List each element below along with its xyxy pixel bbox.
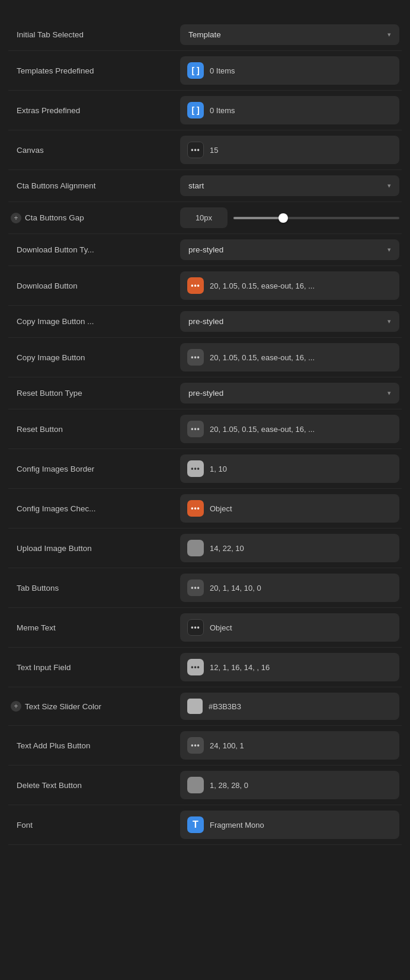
plus-icon-text-size-slider-color[interactable]: + <box>11 701 21 712</box>
row-reset-button-type: Reset Button Type pre-styled ▾ <box>8 377 402 409</box>
row-cta-buttons-alignment: Cta Buttons Alignment start ▾ <box>8 170 402 202</box>
value-text-copy-image-button: 20, 1.05, 0.15, ease-out, 16, ... <box>210 353 315 362</box>
control-text-add-plus-button: ••• 24, 100, 1 <box>180 731 399 760</box>
chevron-down-icon: ▾ <box>387 31 391 39</box>
value-text-meme-text: Object <box>210 623 232 632</box>
control-font: T Fragment Mono <box>180 811 399 839</box>
slider-value-cta-buttons-gap: 10px <box>180 207 228 228</box>
value-text-config-images-border: 1, 10 <box>210 465 227 473</box>
font-icon-font: T <box>187 816 204 833</box>
row-config-images-check: Config Images Chec... ••• Object <box>8 489 402 529</box>
control-text-size-slider-color: #B3B3B3 <box>180 693 399 720</box>
row-label-reset-button-type: Reset Button Type <box>11 389 117 398</box>
dropdown-download-button-type[interactable]: pre-styled ▾ <box>180 239 399 260</box>
control-config-images-check: ••• Object <box>180 494 399 523</box>
row-delete-text-button: Delete Text Button 1, 28, 28, 0 <box>8 766 402 805</box>
value-box-text-input-field[interactable]: ••• 12, 1, 16, 14, , 16 <box>180 653 399 681</box>
control-download-button: ••• 20, 1.05, 0.15, ease-out, 16, ... <box>180 271 399 300</box>
control-initial-tab-selected: Template ▾ <box>180 24 399 45</box>
color-swatch-text-size-slider-color[interactable] <box>187 699 203 714</box>
value-text-delete-text-button: 1, 28, 28, 0 <box>210 781 248 790</box>
color-value-text-size-slider-color: #B3B3B3 <box>209 702 241 711</box>
control-cta-buttons-gap: 10px <box>180 207 399 228</box>
control-copy-image-button-type: pre-styled ▾ <box>180 311 399 332</box>
control-copy-image-button: ••• 20, 1.05, 0.15, ease-out, 16, ... <box>180 343 399 371</box>
value-text-text-input-field: 12, 1, 16, 14, , 16 <box>210 663 270 672</box>
value-text-templates-predefined: 0 Items <box>210 66 235 75</box>
control-delete-text-button: 1, 28, 28, 0 <box>180 771 399 799</box>
chevron-down-icon: ▾ <box>387 182 391 190</box>
value-box-canvas[interactable]: ••• 15 <box>180 136 399 164</box>
row-label-templates-predefined: Templates Predefined <box>11 66 117 75</box>
dropdown-cta-buttons-alignment[interactable]: start ▾ <box>180 175 399 196</box>
value-box-copy-image-button[interactable]: ••• 20, 1.05, 0.15, ease-out, 16, ... <box>180 343 399 371</box>
row-label-text-size-slider-color: + Text Size Slider Color <box>11 701 117 712</box>
value-box-config-images-border[interactable]: ••• 1, 10 <box>180 454 399 483</box>
value-box-tab-buttons[interactable]: ••• 20, 1, 14, 10, 0 <box>180 574 399 602</box>
control-cta-buttons-alignment: start ▾ <box>180 175 399 196</box>
value-box-delete-text-button[interactable]: 1, 28, 28, 0 <box>180 771 399 799</box>
value-box-extras-predefined[interactable]: [ ] 0 Items <box>180 96 399 124</box>
control-text-input-field: ••• 12, 1, 16, 14, , 16 <box>180 653 399 681</box>
control-upload-image-button: 14, 22, 10 <box>180 534 399 562</box>
value-box-templates-predefined[interactable]: [ ] 0 Items <box>180 56 399 85</box>
control-tab-buttons: ••• 20, 1, 14, 10, 0 <box>180 574 399 602</box>
control-canvas: ••• 15 <box>180 136 399 164</box>
row-config-images-border: Config Images Border ••• 1, 10 <box>8 449 402 489</box>
value-box-upload-image-button[interactable]: 14, 22, 10 <box>180 534 399 562</box>
value-text-upload-image-button: 14, 22, 10 <box>210 544 244 553</box>
row-label-meme-text: Meme Text <box>11 623 117 632</box>
value-box-reset-button[interactable]: ••• 20, 1.05, 0.15, ease-out, 16, ... <box>180 415 399 443</box>
slider-row-cta-buttons-gap: 10px <box>180 207 399 228</box>
row-upload-image-button: Upload Image Button 14, 22, 10 <box>8 529 402 568</box>
value-box-font[interactable]: T Fragment Mono <box>180 811 399 839</box>
row-label-delete-text-button: Delete Text Button <box>11 781 117 790</box>
value-box-meme-text[interactable]: ••• Object <box>180 613 399 642</box>
row-canvas: Canvas ••• 15 <box>8 130 402 170</box>
row-label-config-images-check: Config Images Chec... <box>11 504 117 513</box>
control-extras-predefined: [ ] 0 Items <box>180 96 399 124</box>
chevron-down-icon: ▾ <box>387 246 391 254</box>
value-text-reset-button: 20, 1.05, 0.15, ease-out, 16, ... <box>210 425 315 434</box>
dropdown-value-initial-tab-selected: Template <box>188 30 221 39</box>
property-list: Initial Tab Selected Template ▾ Template… <box>0 19 410 857</box>
row-text-add-plus-button: Text Add Plus Button ••• 24, 100, 1 <box>8 726 402 766</box>
row-extras-predefined: Extras Predefined [ ] 0 Items <box>8 91 402 130</box>
row-label-copy-image-button-type: Copy Image Button ... <box>11 317 117 326</box>
value-box-text-add-plus-button[interactable]: ••• 24, 100, 1 <box>180 731 399 760</box>
control-reset-button: ••• 20, 1.05, 0.15, ease-out, 16, ... <box>180 415 399 443</box>
row-cta-buttons-gap: + Cta Buttons Gap 10px <box>8 202 402 234</box>
dropdown-initial-tab-selected[interactable]: Template ▾ <box>180 24 399 45</box>
row-templates-predefined: Templates Predefined [ ] 0 Items <box>8 51 402 91</box>
value-text-text-add-plus-button: 24, 100, 1 <box>210 741 244 750</box>
value-box-config-images-check[interactable]: ••• Object <box>180 494 399 523</box>
row-download-button: Download Button ••• 20, 1.05, 0.15, ease… <box>8 266 402 306</box>
row-label-copy-image-button: Copy Image Button <box>11 353 117 362</box>
dropdown-value-cta-buttons-alignment: start <box>188 181 204 190</box>
row-label-reset-button: Reset Button <box>11 425 117 434</box>
value-text-extras-predefined: 0 Items <box>210 106 235 115</box>
dropdown-reset-button-type[interactable]: pre-styled ▾ <box>180 383 399 403</box>
plus-icon-cta-buttons-gap[interactable]: + <box>11 213 21 223</box>
dropdown-copy-image-button-type[interactable]: pre-styled ▾ <box>180 311 399 332</box>
row-copy-image-button: Copy Image Button ••• 20, 1.05, 0.15, ea… <box>8 338 402 377</box>
slider-fill-cta-buttons-gap <box>233 217 283 219</box>
row-font: Font T Fragment Mono <box>8 805 402 845</box>
control-config-images-border: ••• 1, 10 <box>180 454 399 483</box>
control-templates-predefined: [ ] 0 Items <box>180 56 399 85</box>
row-label-text-add-plus-button: Text Add Plus Button <box>11 741 117 750</box>
row-reset-button: Reset Button ••• 20, 1.05, 0.15, ease-ou… <box>8 409 402 449</box>
row-label-config-images-border: Config Images Border <box>11 465 117 473</box>
value-text-font: Fragment Mono <box>210 821 264 830</box>
row-label-tab-buttons: Tab Buttons <box>11 584 117 593</box>
row-label-font: Font <box>11 821 117 830</box>
row-text-size-slider-color: + Text Size Slider Color #B3B3B3 <box>8 687 402 726</box>
slider-track-cta-buttons-gap[interactable] <box>233 217 399 219</box>
row-label-cta-buttons-gap: + Cta Buttons Gap <box>11 213 117 223</box>
slider-thumb-cta-buttons-gap[interactable] <box>278 213 288 223</box>
value-box-text-size-slider-color[interactable]: #B3B3B3 <box>180 693 399 720</box>
row-initial-tab-selected: Initial Tab Selected Template ▾ <box>8 19 402 51</box>
row-label-upload-image-button: Upload Image Button <box>11 544 117 553</box>
value-text-config-images-check: Object <box>210 504 232 513</box>
value-box-download-button[interactable]: ••• 20, 1.05, 0.15, ease-out, 16, ... <box>180 271 399 300</box>
